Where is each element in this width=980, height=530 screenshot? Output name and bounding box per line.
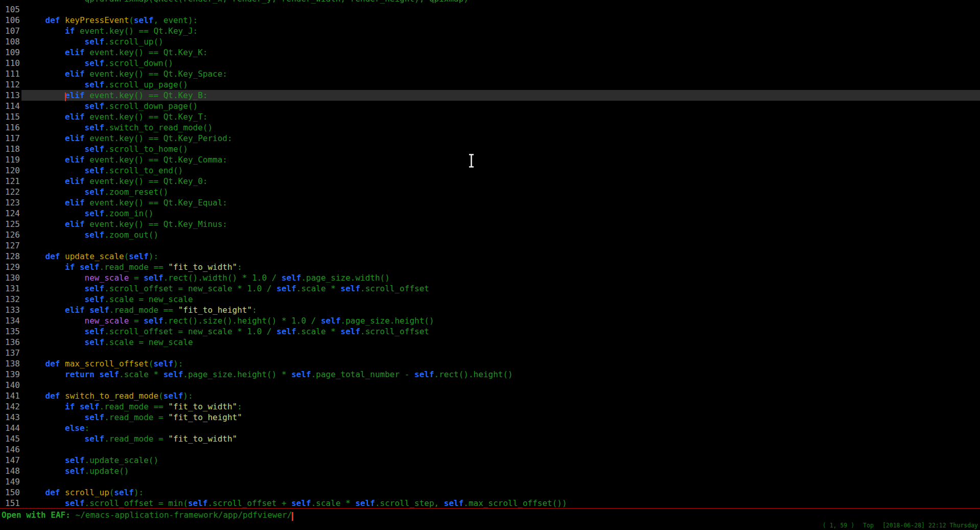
line-number: 107 xyxy=(5,26,20,36)
code-text: def scroll_up(self): xyxy=(26,487,144,498)
code-text: else: xyxy=(26,423,89,433)
code-line[interactable]: 120 self.scroll_to_end() xyxy=(0,165,980,176)
line-number: 133 xyxy=(5,305,20,315)
code-line[interactable]: 116 self.switch_to_read_mode() xyxy=(0,122,980,133)
minibuffer-input[interactable]: ~/emacs-application-framework/app/pdfvie… xyxy=(76,510,292,520)
line-number: 146 xyxy=(5,444,20,455)
line-number: 118 xyxy=(5,144,20,154)
code-text: elif event.key() == Qt.Key_Minus: xyxy=(26,219,227,229)
code-text: def switch_to_read_mode(self): xyxy=(26,390,193,401)
code-line[interactable]: 149 xyxy=(0,476,980,487)
mode-line xyxy=(0,508,980,509)
code-text: self.scroll_up() xyxy=(26,36,164,47)
code-line[interactable]: 140 xyxy=(0,380,980,390)
code-line[interactable]: 144 else: xyxy=(0,423,980,433)
line-number: 141 xyxy=(5,390,20,401)
code-line[interactable]: 117 elif event.key() == Qt.Key_Period: xyxy=(0,133,980,144)
code-line[interactable]: 129 if self.read_mode == "fit_to_width": xyxy=(0,262,980,272)
code-line[interactable]: 107 if event.key() == Qt.Key_J: xyxy=(0,26,980,36)
code-text: new_scale = self.rect().width() * 1.0 / … xyxy=(26,272,390,283)
line-number: 115 xyxy=(5,111,20,122)
code-text: if event.key() == Qt.Key_J: xyxy=(26,26,198,36)
code-text: new_scale = self.rect().size().height() … xyxy=(26,315,434,326)
code-line[interactable]: 111 elif event.key() == Qt.Key_Space: xyxy=(0,68,980,79)
code-line[interactable]: 110 self.scroll_down() xyxy=(0,58,980,68)
code-text: self.zoom_out() xyxy=(26,229,158,240)
code-text: self.scroll_to_end() xyxy=(26,165,183,176)
code-text: elif event.key() == Qt.Key_Space: xyxy=(26,68,227,79)
code-line[interactable]: 125 elif event.key() == Qt.Key_Minus: xyxy=(0,219,980,229)
line-number: 128 xyxy=(5,251,20,262)
code-text: self.update() xyxy=(26,466,129,476)
code-text: elif event.key() == Qt.Key_Period: xyxy=(26,133,232,144)
tray-date: [2018-06-28] xyxy=(882,522,925,529)
line-number: 143 xyxy=(5,412,20,423)
code-line[interactable]: 141 def switch_to_read_mode(self): xyxy=(0,390,980,401)
line-number: 150 xyxy=(5,487,20,498)
code-text: self.scale = new_scale xyxy=(26,337,193,348)
text-cursor xyxy=(65,93,66,101)
line-number: 111 xyxy=(5,68,20,79)
code-line[interactable]: 150 def scroll_up(self): xyxy=(0,487,980,498)
code-line[interactable]: 138 def max_scroll_offset(self): xyxy=(0,358,980,369)
line-number: 117 xyxy=(5,133,20,144)
code-buffer[interactable]: qp.drawPixmap(QRect(render_x, render_y, … xyxy=(0,0,980,509)
tray-day: Thursday xyxy=(950,522,978,529)
code-line[interactable]: 134 new_scale = self.rect().size().heigh… xyxy=(0,315,980,326)
code-line[interactable]: 121 elif event.key() == Qt.Key_0: xyxy=(0,176,980,187)
code-line[interactable]: 142 if self.read_mode == "fit_to_width": xyxy=(0,401,980,412)
code-line[interactable]: 135 self.scroll_offset = new_scale * 1.0… xyxy=(0,326,980,337)
code-line[interactable]: 123 elif event.key() == Qt.Key_Equal: xyxy=(0,197,980,208)
code-line[interactable]: 143 self.read_mode = "fit_to_height" xyxy=(0,412,980,423)
code-line[interactable]: 118 self.scroll_to_home() xyxy=(0,144,980,154)
code-line[interactable]: 109 elif event.key() == Qt.Key_K: xyxy=(0,47,980,58)
code-line[interactable]: 112 self.scroll_up_page() xyxy=(0,79,980,90)
code-line[interactable]: 146 xyxy=(0,444,980,455)
code-text: elif event.key() == Qt.Key_B: xyxy=(26,90,207,101)
code-line[interactable]: 122 self.zoom_reset() xyxy=(0,187,980,197)
code-line[interactable]: 145 self.read_mode = "fit_to_width" xyxy=(0,433,980,444)
line-number: 108 xyxy=(5,36,20,47)
code-text: elif event.key() == Qt.Key_Equal: xyxy=(26,197,227,208)
emacs-frame: qp.drawPixmap(QRect(render_x, render_y, … xyxy=(0,0,980,530)
code-line[interactable]: 108 self.scroll_up() xyxy=(0,36,980,47)
code-text: self.scroll_down() xyxy=(26,58,173,68)
code-line[interactable]: 113 elif event.key() == Qt.Key_B: xyxy=(0,90,980,101)
code-line[interactable]: 128 def update_scale(self): xyxy=(0,251,980,262)
line-number: 136 xyxy=(5,337,20,348)
code-line[interactable]: 131 self.scroll_offset = new_scale * 1.0… xyxy=(0,283,980,294)
code-text: self.zoom_in() xyxy=(26,208,153,219)
code-line[interactable]: 137 xyxy=(0,348,980,358)
code-line-partial[interactable]: qp.drawPixmap(QRect(render_x, render_y, … xyxy=(0,0,980,4)
line-number: 114 xyxy=(5,101,20,111)
tray-cursor-position: ( 1, 59 ) xyxy=(823,522,854,529)
code-line[interactable]: 127 xyxy=(0,240,980,251)
line-number: 149 xyxy=(5,476,20,487)
code-line[interactable]: 124 self.zoom_in() xyxy=(0,208,980,219)
code-line[interactable]: 126 self.zoom_out() xyxy=(0,229,980,240)
code-line[interactable]: 119 elif event.key() == Qt.Key_Comma: xyxy=(0,154,980,165)
code-text: def max_scroll_offset(self): xyxy=(26,358,183,369)
minibuffer[interactable]: Open with EAF: ~/emacs-application-frame… xyxy=(2,510,293,520)
code-line[interactable]: 130 new_scale = self.rect().width() * 1.… xyxy=(0,272,980,283)
code-line[interactable]: 114 self.scroll_down_page() xyxy=(0,101,980,111)
code-text: self.update_scale() xyxy=(26,455,158,466)
code-line[interactable]: 133 elif self.read_mode == "fit_to_heigh… xyxy=(0,305,980,315)
code-text: elif event.key() == Qt.Key_Comma: xyxy=(26,154,227,165)
code-line[interactable]: 132 self.scale = new_scale xyxy=(0,294,980,305)
code-line[interactable]: 151 self.scroll_offset = min(self.scroll… xyxy=(0,498,980,509)
code-text: self.scale = new_scale xyxy=(26,294,193,305)
code-line[interactable]: 147 self.update_scale() xyxy=(0,455,980,466)
code-line[interactable]: 106 def keyPressEvent(self, event): xyxy=(0,15,980,26)
code-line[interactable]: 115 elif event.key() == Qt.Key_T: xyxy=(0,111,980,122)
code-line[interactable]: 136 self.scale = new_scale xyxy=(0,337,980,348)
code-line[interactable]: 105 xyxy=(0,4,980,15)
status-tray: ( 1, 59 )Top[2018-06-28]22:12Thursday xyxy=(823,522,978,529)
code-text: self.scroll_down_page() xyxy=(26,101,198,111)
line-number: 134 xyxy=(5,315,20,326)
code-text: self.read_mode = "fit_to_height" xyxy=(26,412,242,423)
code-line[interactable]: 139 return self.scale * self.page_size.h… xyxy=(0,369,980,380)
line-number: 109 xyxy=(5,47,20,58)
code-text: def keyPressEvent(self, event): xyxy=(26,15,198,26)
code-line[interactable]: 148 self.update() xyxy=(0,466,980,476)
